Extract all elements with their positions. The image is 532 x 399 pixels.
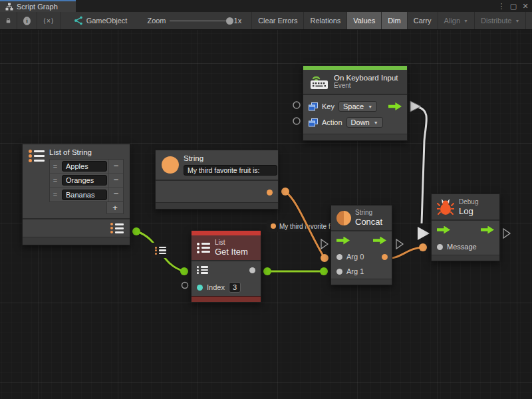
drag-handle-icon[interactable]: =	[50, 191, 61, 199]
node-concat[interactable]: String Concat Arg 0 Arg 1	[331, 205, 392, 285]
list-item-row: = Apples −	[50, 160, 123, 174]
info-icon: i	[23, 17, 31, 25]
close-button[interactable]: ✕	[520, 0, 531, 12]
zoom-slider-thumb[interactable]	[226, 17, 233, 25]
values-toggle[interactable]: Values	[347, 12, 382, 29]
bug-icon	[437, 198, 454, 216]
port-index-unconnected[interactable]	[182, 283, 188, 289]
result-output-port[interactable]	[382, 254, 388, 260]
string-value-field[interactable]: My third favorite fruit is:	[184, 165, 277, 176]
carry-toggle[interactable]: Carry	[408, 12, 438, 29]
list-item-field[interactable]: Oranges	[62, 175, 107, 186]
flow-row	[432, 221, 499, 239]
keyboard-icon	[309, 74, 329, 90]
maximize-button[interactable]: ▢	[508, 0, 519, 12]
wire-endpoint[interactable]	[263, 267, 271, 275]
lock-button[interactable]	[0, 12, 17, 29]
arg0-row: Arg 0	[331, 249, 392, 264]
node-category: Debug	[459, 198, 478, 205]
remove-item-button[interactable]: −	[108, 174, 123, 187]
info-button[interactable]: i	[17, 12, 37, 29]
distribute-dropdown[interactable]: Distribute ▼	[475, 12, 526, 29]
node-subtitle: Event	[334, 82, 398, 89]
index-label: Index	[207, 283, 225, 291]
wire-endpoint[interactable]	[320, 267, 328, 275]
node-footer	[303, 134, 407, 140]
remove-item-button[interactable]: −	[108, 188, 123, 201]
graph-canvas[interactable]: My third favorite fr.. On	[0, 0, 532, 399]
list-item-field[interactable]: Bananas	[62, 190, 107, 200]
zoom-label: Zoom	[147, 17, 166, 25]
port-key-unconnected[interactable]	[293, 102, 300, 108]
list-input-port[interactable]	[197, 266, 208, 274]
node-title: String	[184, 154, 277, 162]
overview-button[interactable]: Overv	[526, 12, 532, 29]
action-dropdown[interactable]: Down ▼	[346, 117, 383, 128]
flow-output-port[interactable]	[481, 226, 494, 234]
tab-script-graph[interactable]: Script Graph	[0, 0, 76, 12]
flow-output-port[interactable]	[373, 237, 386, 245]
key-value: Space	[343, 102, 364, 110]
clear-errors-button[interactable]: Clear Errors	[251, 12, 304, 29]
add-item-button[interactable]: +	[106, 202, 124, 214]
flow-hint-triangle	[503, 229, 510, 238]
wire-endpoint[interactable]	[180, 267, 188, 275]
align-label: Align	[444, 17, 460, 25]
arg1-input-port[interactable]	[336, 269, 342, 275]
node-string-literal[interactable]: String My third favorite fruit is:	[155, 150, 279, 209]
wire-flow-keyboard-to-log[interactable]	[418, 107, 426, 223]
align-dropdown[interactable]: Align ▼	[438, 12, 475, 29]
flow-hint-triangle	[321, 239, 328, 249]
message-input-port[interactable]	[437, 244, 443, 250]
item-output-port[interactable]	[249, 267, 255, 273]
list-item-field[interactable]: Apples	[62, 161, 107, 172]
flow-output-port[interactable]	[388, 102, 402, 110]
index-input-port[interactable]	[197, 285, 203, 291]
flow-input-port[interactable]	[437, 226, 450, 234]
wire-endpoint[interactable]	[321, 254, 329, 262]
message-label: Message	[447, 243, 477, 251]
list-output-port[interactable]	[110, 223, 124, 233]
string-type-icon	[162, 156, 179, 174]
chevron-down-icon: ▼	[464, 19, 468, 23]
port-action-unconnected[interactable]	[293, 118, 300, 124]
node-list-of-string[interactable]: List of String = Apples − = Oranges − =	[22, 144, 130, 245]
value-preview-bubble: My third favorite fr..	[267, 220, 340, 232]
drag-handle-icon[interactable]: =	[50, 176, 61, 184]
list-icon	[155, 247, 166, 255]
context-gameobject[interactable]: GameObject	[69, 12, 132, 29]
string-type-icon	[336, 211, 351, 225]
key-dropdown[interactable]: Space ▼	[338, 101, 377, 112]
flow-hint-triangle	[396, 239, 403, 249]
arg0-label: Arg 0	[346, 253, 364, 261]
dim-toggle[interactable]: Dim	[382, 12, 408, 29]
chevron-down-icon: ▼	[368, 104, 372, 109]
string-output-port[interactable]	[267, 190, 273, 196]
window-menu-button[interactable]: ⋮	[496, 0, 507, 12]
action-label: Action	[322, 118, 342, 126]
flow-destination-arrow	[418, 227, 430, 240]
node-footer	[192, 296, 261, 302]
relations-button[interactable]: Relations	[304, 12, 347, 29]
wire-endpoint[interactable]	[132, 227, 140, 235]
zoom-value: 1x	[234, 17, 242, 25]
flow-input-port[interactable]	[336, 237, 350, 245]
node-debug-log[interactable]: Debug Log Message	[431, 194, 500, 261]
wire-endpoint[interactable]	[419, 243, 427, 251]
arg0-input-port[interactable]	[336, 254, 342, 260]
node-title: List of String	[49, 148, 124, 156]
index-value-field[interactable]: 3	[229, 282, 241, 293]
zoom-slider[interactable]	[170, 21, 231, 21]
lock-icon	[6, 17, 11, 25]
node-get-item[interactable]: List Get Item Index 3	[191, 230, 261, 303]
drag-handle-icon[interactable]: =	[50, 162, 61, 170]
wire-endpoint[interactable]	[281, 188, 289, 196]
node-title: Concat	[355, 217, 382, 227]
value-preview-text: My third favorite fr..	[279, 223, 336, 230]
node-on-keyboard-input[interactable]: On Keyboard Input Event Key Space ▼	[303, 65, 408, 141]
key-label: Key	[322, 102, 334, 110]
list-type-badge	[151, 243, 170, 258]
enum-type-icon	[309, 102, 318, 111]
remove-item-button[interactable]: −	[108, 160, 123, 173]
code-view-button[interactable]: ⟨×⟩	[37, 12, 61, 29]
